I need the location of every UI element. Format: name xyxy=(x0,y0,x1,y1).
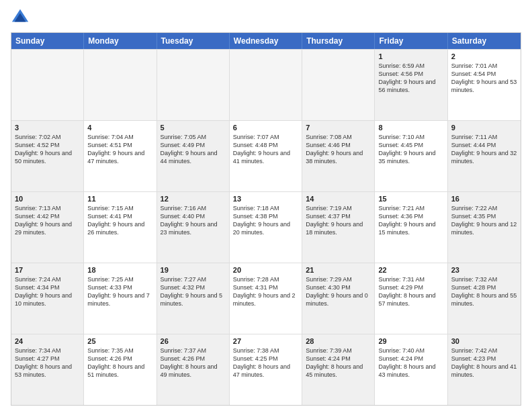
day-number: 16 xyxy=(451,195,517,203)
calendar-cell: 23Sunrise: 7:32 AM Sunset: 4:28 PM Dayli… xyxy=(448,263,521,334)
calendar-cell: 15Sunrise: 7:21 AM Sunset: 4:36 PM Dayli… xyxy=(375,192,447,263)
day-number: 19 xyxy=(161,266,226,274)
calendar-cell: 14Sunrise: 7:19 AM Sunset: 4:37 PM Dayli… xyxy=(302,192,375,263)
calendar-header-cell: Monday xyxy=(84,33,157,49)
calendar-row: 24Sunrise: 7:34 AM Sunset: 4:27 PM Dayli… xyxy=(11,334,521,405)
day-number: 4 xyxy=(87,124,152,132)
cell-info: Sunrise: 7:25 AM Sunset: 4:33 PM Dayligh… xyxy=(87,275,152,308)
cell-info: Sunrise: 7:11 AM Sunset: 4:44 PM Dayligh… xyxy=(451,133,517,166)
calendar-header-cell: Tuesday xyxy=(157,33,230,49)
day-number: 2 xyxy=(451,52,517,60)
logo xyxy=(11,8,32,27)
calendar-cell xyxy=(84,50,157,120)
calendar-cell: 18Sunrise: 7:25 AM Sunset: 4:33 PM Dayli… xyxy=(84,263,157,334)
cell-info: Sunrise: 7:24 AM Sunset: 4:34 PM Dayligh… xyxy=(15,275,80,308)
cell-info: Sunrise: 7:02 AM Sunset: 4:52 PM Dayligh… xyxy=(15,133,80,166)
calendar-cell: 7Sunrise: 7:08 AM Sunset: 4:46 PM Daylig… xyxy=(302,121,375,191)
day-number: 12 xyxy=(161,195,226,203)
calendar-cell xyxy=(302,50,375,120)
day-number: 21 xyxy=(306,266,371,274)
calendar-cell: 21Sunrise: 7:29 AM Sunset: 4:30 PM Dayli… xyxy=(302,263,375,334)
calendar-cell: 20Sunrise: 7:28 AM Sunset: 4:31 PM Dayli… xyxy=(230,263,302,334)
cell-info: Sunrise: 7:28 AM Sunset: 4:31 PM Dayligh… xyxy=(233,275,298,308)
day-number: 7 xyxy=(306,124,371,132)
cell-info: Sunrise: 7:40 AM Sunset: 4:24 PM Dayligh… xyxy=(378,347,443,379)
calendar-cell xyxy=(230,50,302,120)
cell-info: Sunrise: 7:37 AM Sunset: 4:26 PM Dayligh… xyxy=(161,347,226,379)
calendar-cell: 30Sunrise: 7:42 AM Sunset: 4:23 PM Dayli… xyxy=(448,334,521,405)
day-number: 10 xyxy=(15,195,80,203)
calendar-row: 1Sunrise: 6:59 AM Sunset: 4:56 PM Daylig… xyxy=(11,49,521,120)
day-number: 27 xyxy=(233,337,298,345)
calendar-cell: 19Sunrise: 7:27 AM Sunset: 4:32 PM Dayli… xyxy=(157,263,230,334)
day-number: 6 xyxy=(233,124,298,132)
day-number: 25 xyxy=(87,337,152,345)
calendar-cell: 17Sunrise: 7:24 AM Sunset: 4:34 PM Dayli… xyxy=(11,263,84,334)
cell-info: Sunrise: 7:31 AM Sunset: 4:29 PM Dayligh… xyxy=(378,275,443,308)
header xyxy=(11,8,521,27)
calendar-header-cell: Thursday xyxy=(302,33,375,49)
calendar-header: SundayMondayTuesdayWednesdayThursdayFrid… xyxy=(11,33,521,49)
cell-info: Sunrise: 7:19 AM Sunset: 4:37 PM Dayligh… xyxy=(306,204,371,237)
calendar-cell: 24Sunrise: 7:34 AM Sunset: 4:27 PM Dayli… xyxy=(11,334,84,405)
calendar-cell: 22Sunrise: 7:31 AM Sunset: 4:29 PM Dayli… xyxy=(375,263,447,334)
cell-info: Sunrise: 7:05 AM Sunset: 4:49 PM Dayligh… xyxy=(161,133,226,166)
cell-info: Sunrise: 7:32 AM Sunset: 4:28 PM Dayligh… xyxy=(451,275,517,308)
cell-info: Sunrise: 7:42 AM Sunset: 4:23 PM Dayligh… xyxy=(451,347,517,379)
calendar-cell: 6Sunrise: 7:07 AM Sunset: 4:48 PM Daylig… xyxy=(230,121,302,191)
calendar: SundayMondayTuesdayWednesdayThursdayFrid… xyxy=(11,32,521,406)
calendar-cell: 3Sunrise: 7:02 AM Sunset: 4:52 PM Daylig… xyxy=(11,121,84,191)
calendar-cell: 16Sunrise: 7:22 AM Sunset: 4:35 PM Dayli… xyxy=(448,192,521,263)
cell-info: Sunrise: 7:15 AM Sunset: 4:41 PM Dayligh… xyxy=(87,204,152,237)
cell-info: Sunrise: 7:01 AM Sunset: 4:54 PM Dayligh… xyxy=(451,62,517,95)
calendar-header-cell: Wednesday xyxy=(230,33,302,49)
day-number: 18 xyxy=(87,266,152,274)
calendar-cell: 4Sunrise: 7:04 AM Sunset: 4:51 PM Daylig… xyxy=(84,121,157,191)
calendar-body: 1Sunrise: 6:59 AM Sunset: 4:56 PM Daylig… xyxy=(11,49,521,405)
day-number: 28 xyxy=(306,337,371,345)
day-number: 14 xyxy=(306,195,371,203)
cell-info: Sunrise: 7:29 AM Sunset: 4:30 PM Dayligh… xyxy=(306,275,371,308)
calendar-header-cell: Saturday xyxy=(448,33,521,49)
day-number: 29 xyxy=(378,337,443,345)
calendar-cell: 5Sunrise: 7:05 AM Sunset: 4:49 PM Daylig… xyxy=(157,121,230,191)
calendar-header-cell: Friday xyxy=(375,33,447,49)
cell-info: Sunrise: 7:34 AM Sunset: 4:27 PM Dayligh… xyxy=(15,347,80,379)
day-number: 26 xyxy=(161,337,226,345)
cell-info: Sunrise: 6:59 AM Sunset: 4:56 PM Dayligh… xyxy=(378,62,443,95)
cell-info: Sunrise: 7:13 AM Sunset: 4:42 PM Dayligh… xyxy=(15,204,80,237)
day-number: 22 xyxy=(378,266,443,274)
day-number: 17 xyxy=(15,266,80,274)
calendar-cell xyxy=(157,50,230,120)
cell-info: Sunrise: 7:21 AM Sunset: 4:36 PM Dayligh… xyxy=(378,204,443,237)
calendar-cell: 2Sunrise: 7:01 AM Sunset: 4:54 PM Daylig… xyxy=(448,50,521,120)
calendar-cell: 10Sunrise: 7:13 AM Sunset: 4:42 PM Dayli… xyxy=(11,192,84,263)
page: SundayMondayTuesdayWednesdayThursdayFrid… xyxy=(0,0,532,411)
calendar-cell: 29Sunrise: 7:40 AM Sunset: 4:24 PM Dayli… xyxy=(375,334,447,405)
calendar-cell: 11Sunrise: 7:15 AM Sunset: 4:41 PM Dayli… xyxy=(84,192,157,263)
day-number: 9 xyxy=(451,124,517,132)
cell-info: Sunrise: 7:07 AM Sunset: 4:48 PM Dayligh… xyxy=(233,133,298,166)
cell-info: Sunrise: 7:35 AM Sunset: 4:26 PM Dayligh… xyxy=(87,347,152,379)
day-number: 20 xyxy=(233,266,298,274)
day-number: 13 xyxy=(233,195,298,203)
cell-info: Sunrise: 7:04 AM Sunset: 4:51 PM Dayligh… xyxy=(87,133,152,166)
cell-info: Sunrise: 7:18 AM Sunset: 4:38 PM Dayligh… xyxy=(233,204,298,237)
calendar-row: 3Sunrise: 7:02 AM Sunset: 4:52 PM Daylig… xyxy=(11,120,521,191)
day-number: 1 xyxy=(378,52,443,60)
cell-info: Sunrise: 7:22 AM Sunset: 4:35 PM Dayligh… xyxy=(451,204,517,237)
calendar-cell xyxy=(11,50,84,120)
calendar-cell: 26Sunrise: 7:37 AM Sunset: 4:26 PM Dayli… xyxy=(157,334,230,405)
calendar-cell: 8Sunrise: 7:10 AM Sunset: 4:45 PM Daylig… xyxy=(375,121,447,191)
calendar-cell: 13Sunrise: 7:18 AM Sunset: 4:38 PM Dayli… xyxy=(230,192,302,263)
calendar-header-cell: Sunday xyxy=(11,33,84,49)
day-number: 5 xyxy=(161,124,226,132)
day-number: 24 xyxy=(15,337,80,345)
cell-info: Sunrise: 7:39 AM Sunset: 4:24 PM Dayligh… xyxy=(306,347,371,379)
cell-info: Sunrise: 7:38 AM Sunset: 4:25 PM Dayligh… xyxy=(233,347,298,379)
day-number: 23 xyxy=(451,266,517,274)
cell-info: Sunrise: 7:10 AM Sunset: 4:45 PM Dayligh… xyxy=(378,133,443,166)
cell-info: Sunrise: 7:16 AM Sunset: 4:40 PM Dayligh… xyxy=(161,204,226,237)
cell-info: Sunrise: 7:08 AM Sunset: 4:46 PM Dayligh… xyxy=(306,133,371,166)
logo-icon xyxy=(11,8,30,27)
